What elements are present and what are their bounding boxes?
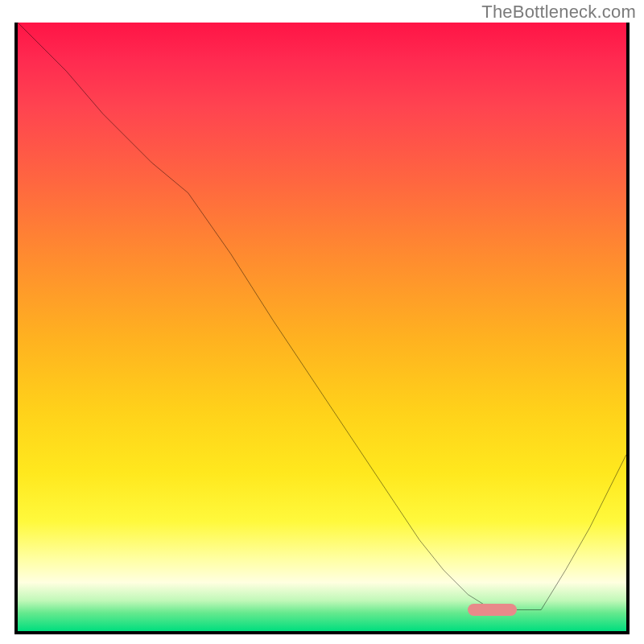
plot-frame <box>14 23 630 634</box>
watermark-text: TheBottleneck.com <box>481 2 636 23</box>
bottleneck-curve <box>18 23 626 631</box>
optimal-range-marker <box>468 604 516 616</box>
chart-stage: TheBottleneck.com <box>0 0 644 644</box>
